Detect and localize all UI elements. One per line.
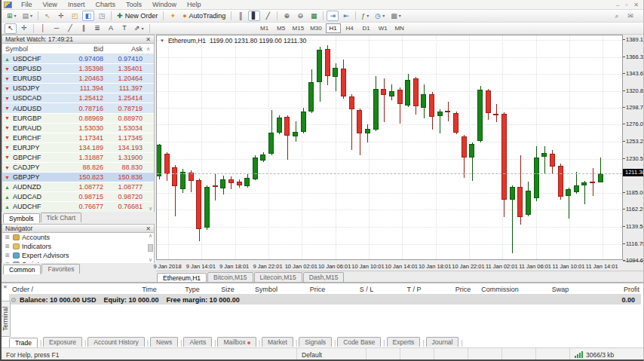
timeframe-w1[interactable]: W1 xyxy=(376,23,391,33)
chat-button[interactable]: ✉ xyxy=(624,11,636,21)
expert-advisors-button[interactable]: ✦ xyxy=(167,11,179,21)
label-button[interactable]: T xyxy=(118,23,130,34)
order-column-2[interactable]: Type xyxy=(185,286,200,293)
navigator-item-indicators[interactable]: ⊞Indicators xyxy=(2,242,154,251)
order-column-1[interactable]: Time xyxy=(142,286,157,293)
order-column-4[interactable]: Symbol xyxy=(255,286,278,293)
tab-symbols[interactable]: Symbols xyxy=(3,213,40,223)
scroll-down-icon[interactable]: ∨ xyxy=(149,206,152,212)
candle-body[interactable] xyxy=(253,158,258,179)
order-column-8[interactable]: Price xyxy=(455,286,471,293)
candle-body[interactable] xyxy=(534,158,539,198)
close-button[interactable]: ✕ xyxy=(633,2,639,8)
periods-button[interactable]: ◷▾ xyxy=(373,11,387,21)
timeframe-mn[interactable]: MN xyxy=(392,23,407,33)
terminal-tab-code-base[interactable]: Code Base xyxy=(337,337,381,347)
candle-body[interactable] xyxy=(308,82,314,112)
terminal-tab-alerts[interactable]: Alerts xyxy=(183,337,212,347)
candle-body[interactable] xyxy=(590,182,595,183)
time-axis[interactable]: 9 Jan 20189 Jan 14:019 Jan 18:019 Jan 22… xyxy=(156,262,623,271)
candle-body[interactable] xyxy=(237,182,242,185)
chart-tab-dash-m15[interactable]: Dash,M15 xyxy=(303,272,345,282)
candle-body[interactable] xyxy=(365,129,370,133)
market-watch-row[interactable]: ▼USDCAD1.254121.25414 xyxy=(2,93,154,103)
market-watch-row[interactable]: ▼EURJPY134.189134.193 xyxy=(2,143,154,153)
navigator-item-accounts[interactable]: ⊞Accounts xyxy=(2,233,154,242)
candle-body[interactable] xyxy=(405,80,410,106)
terminal-tab-market[interactable]: Market xyxy=(262,337,293,347)
chart-canvas[interactable]: ▼ Ethereum,H1 1199.00 1231.80 1199.00 12… xyxy=(156,35,623,260)
trendline-button[interactable]: ╱ xyxy=(64,23,76,34)
candle-body[interactable] xyxy=(477,90,483,142)
candle-body[interactable] xyxy=(357,110,362,134)
candle-body[interactable] xyxy=(325,49,330,76)
menu-window[interactable]: Window xyxy=(147,1,182,8)
close-icon[interactable]: ✕ xyxy=(146,36,151,43)
navigator-scrollbar[interactable]: ∧∨ xyxy=(147,233,154,263)
candle-body[interactable] xyxy=(284,117,290,136)
market-watch-row[interactable]: ▼EURCHF1.173411.17345 xyxy=(2,133,154,143)
candle-body[interactable] xyxy=(550,154,555,167)
candle-body[interactable] xyxy=(389,91,394,96)
expand-plus-icon[interactable]: ⊞ xyxy=(5,252,11,259)
market-watch-row[interactable]: ▲AUDCHF0.766770.76681 xyxy=(2,202,154,212)
candle-body[interactable] xyxy=(486,90,491,114)
close-icon[interactable]: ✕ xyxy=(3,284,8,290)
market-watch-row[interactable]: ▼GBPCHF1.318871.31900 xyxy=(2,153,154,163)
market-watch-row[interactable]: ▼AUDUSD0.787160.78719 xyxy=(2,103,154,113)
candle-body[interactable] xyxy=(462,136,467,158)
candle-body[interactable] xyxy=(196,180,201,229)
terminal-tab-trade[interactable]: Trade xyxy=(9,338,38,347)
terminal-side-tab[interactable]: Terminal xyxy=(1,301,11,337)
candle-body[interactable] xyxy=(164,154,170,174)
crosshair-mode-button[interactable]: ✛ xyxy=(55,11,67,21)
balance-row[interactable]: Balance: 10 000.00 USDEquity: 10 000.00F… xyxy=(9,295,641,304)
candle-body[interactable] xyxy=(453,113,458,133)
timeframe-m1[interactable]: M1 xyxy=(257,23,272,33)
order-column-3[interactable]: Size xyxy=(221,286,235,293)
candle-body[interactable] xyxy=(381,89,386,95)
candle-body[interactable] xyxy=(317,50,322,82)
terminal-tab-experts[interactable]: Experts xyxy=(387,337,421,347)
market-watch-scrollbar[interactable]: ∨ xyxy=(147,54,154,212)
scroll-down-icon[interactable]: ∨ xyxy=(149,257,152,263)
market-watch-row[interactable]: ▼EURAUD1.530301.53034 xyxy=(2,124,154,133)
zoom-out-button[interactable]: ⊖ xyxy=(294,11,306,21)
terminal-tab-account-history[interactable]: Account History xyxy=(87,337,145,347)
candle-body[interactable] xyxy=(413,78,419,106)
timeframe-h4[interactable]: H4 xyxy=(342,23,357,33)
text-button[interactable]: A xyxy=(105,23,117,34)
chart-shift-button[interactable]: ⇤ xyxy=(340,11,352,21)
order-column-10[interactable]: Swap xyxy=(552,286,569,293)
candle-body[interactable] xyxy=(228,179,234,183)
timeframe-m30[interactable]: M30 xyxy=(308,23,324,33)
candle-body[interactable] xyxy=(213,185,218,187)
candle-body[interactable] xyxy=(333,68,338,77)
expand-plus-icon[interactable]: ⊞ xyxy=(5,234,11,240)
chart-tab-litecoin-m15[interactable]: Litecoin,M15 xyxy=(254,272,302,282)
tab-tick-chart[interactable]: Tick Chart xyxy=(41,213,81,222)
terminal-tab-news[interactable]: News xyxy=(150,337,178,347)
candle-body[interactable] xyxy=(517,187,523,217)
candle-body[interactable] xyxy=(349,96,354,109)
order-column-0[interactable]: Order / xyxy=(12,286,33,293)
order-column-11[interactable]: Profit xyxy=(624,286,639,293)
minimize-button[interactable]: – xyxy=(616,2,619,8)
market-watch-row[interactable]: ▲AUDCAD0.987150.98720 xyxy=(2,192,154,202)
timeframe-d1[interactable]: D1 xyxy=(359,23,374,33)
timeframe-m5[interactable]: M5 xyxy=(274,23,289,33)
indicators-button[interactable]: ƒ▾ xyxy=(359,11,371,21)
crosshair-tool-button[interactable]: ✛ xyxy=(18,23,30,34)
market-watch-row[interactable]: ▲USDCHF0.974080.97410 xyxy=(2,54,154,64)
order-column-9[interactable]: Commission xyxy=(481,286,519,293)
candle-body[interactable] xyxy=(172,167,177,186)
data-window-button[interactable]: ◳ xyxy=(96,11,108,21)
candle-body[interactable] xyxy=(541,153,547,157)
candle-body[interactable] xyxy=(598,173,603,182)
market-watch-row[interactable]: ▼GBPJPY150.823150.836 xyxy=(2,173,154,182)
market-watch-row[interactable]: ▼USDJPY111.394111.397 xyxy=(2,84,154,93)
market-watch-row[interactable]: ▼EURUSD1.204631.20464 xyxy=(2,74,154,84)
candle-body[interactable] xyxy=(437,112,443,117)
market-watch-row[interactable]: ▼GBPUSD1.353981.35401 xyxy=(2,64,154,74)
candle-body[interactable] xyxy=(156,145,161,176)
